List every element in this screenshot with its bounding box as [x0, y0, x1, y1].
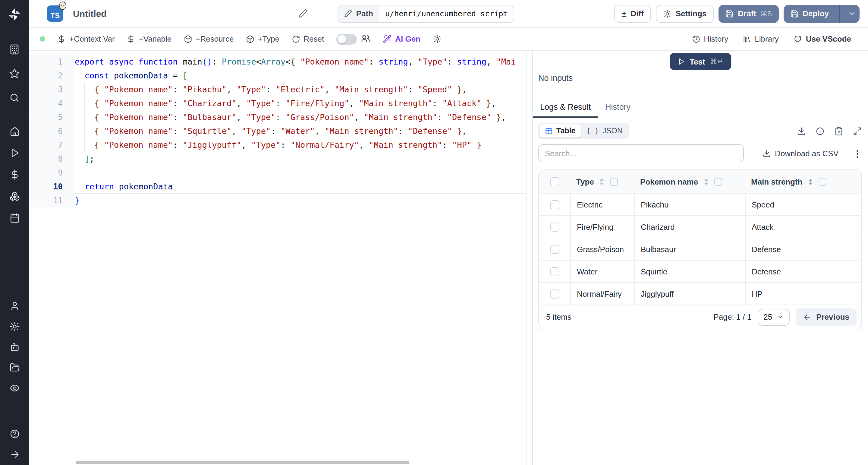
search-input[interactable] [538, 144, 744, 162]
table-row[interactable]: ElectricPikachuSpeed [539, 193, 861, 215]
row-checkbox[interactable] [550, 267, 559, 276]
sidebar-divider [0, 115, 29, 115]
runs-play-icon[interactable] [6, 144, 23, 161]
expand-sidebar-arrow-icon[interactable] [6, 446, 23, 463]
result-info-button[interactable] [815, 126, 825, 136]
diff-label: Diff [630, 9, 644, 18]
code-line-5[interactable]: 5 { "Pokemon name": "Bulbasaur", "Type":… [29, 110, 532, 124]
line-number: 1 [29, 55, 74, 69]
code-line-9[interactable]: 9 [29, 166, 532, 180]
tab-history[interactable]: History [598, 98, 638, 118]
windmill-logo[interactable] [6, 6, 23, 23]
expand-result-button[interactable] [853, 126, 862, 136]
sort-icon[interactable] [702, 178, 710, 185]
diff-mode-toggle[interactable] [336, 33, 356, 44]
help-icon[interactable] [6, 425, 23, 442]
code-line-10[interactable]: 10 return pokemonData [29, 180, 532, 194]
row-checkbox[interactable] [550, 289, 559, 298]
table-row[interactable]: WaterSquirtleDefense [539, 260, 861, 282]
table-row[interactable]: Grass/PoisonBulbasaurDefense [539, 238, 861, 260]
resources-boxes-icon[interactable] [6, 187, 23, 204]
code-line-3[interactable]: 3 { "Pokemon name": "Pikachu", "Type": "… [29, 83, 532, 96]
library-button[interactable]: Library [743, 34, 779, 43]
download-result-button[interactable] [797, 126, 806, 136]
workspace-building-icon[interactable] [6, 41, 23, 58]
sort-icon[interactable] [807, 178, 814, 185]
column-filter-toggle[interactable] [714, 178, 722, 185]
table-row[interactable]: Fire/FlyingCharizardAttack [539, 215, 861, 238]
search-icon[interactable] [6, 89, 23, 106]
deploy-main[interactable]: Deploy [783, 4, 835, 23]
code-editor[interactable]: 1export async function main(): Promise<A… [29, 51, 532, 465]
add-resource-button[interactable]: +Resource [184, 34, 234, 43]
row-checkbox[interactable] [550, 222, 559, 231]
add-type-button[interactable]: +Type [246, 34, 280, 43]
edit-summary-button[interactable] [299, 9, 307, 18]
variables-dollar-icon[interactable] [6, 166, 23, 183]
select-all-checkbox[interactable] [550, 177, 559, 186]
tab-logs-result[interactable]: Logs & Result [533, 98, 598, 118]
reset-button[interactable]: Reset [291, 34, 324, 43]
chevron-down-icon [848, 10, 856, 18]
audit-logs-eye-icon[interactable] [6, 379, 23, 396]
history-button[interactable]: History [692, 34, 728, 43]
code-line-4[interactable]: 4 { "Pokemon name": "Charizard", "Type":… [29, 96, 532, 110]
code-line-content [74, 166, 532, 180]
code-line-6[interactable]: 6 { "Pokemon name": "Squirtle", "Type": … [29, 124, 532, 138]
column-header[interactable]: Pokemon name [634, 177, 745, 186]
view-table-segment[interactable]: Table [539, 124, 581, 138]
code-line-8[interactable]: 8 ]; [29, 152, 532, 166]
users-person-icon[interactable] [6, 297, 23, 314]
table-cell: Bulbasaur [634, 238, 745, 260]
settings-button[interactable]: Settings [656, 4, 714, 23]
add-context-var-button[interactable]: +Context Var [57, 34, 115, 43]
code-line-7[interactable]: 7 { "Pokemon name": "Jigglypuff", "Type"… [29, 138, 532, 152]
path-pill[interactable]: Path u/henri/unencumbered_script [338, 4, 515, 23]
ai-gen-button[interactable]: AI Gen [382, 34, 421, 43]
folders-icon[interactable] [6, 359, 23, 376]
row-checkbox[interactable] [550, 244, 559, 254]
code-line-11[interactable]: 11} [29, 194, 532, 207]
draft-button[interactable]: Draft ⌘S [718, 4, 778, 23]
code-line-1[interactable]: 1export async function main(): Promise<A… [29, 55, 532, 69]
result-tabs: Logs & Result History [533, 98, 868, 118]
column-header[interactable]: Main strength [745, 177, 861, 186]
page-size-select[interactable]: 25 [757, 309, 789, 325]
save-icon [725, 9, 734, 18]
download-csv-button[interactable]: Download as CSV [758, 148, 842, 158]
add-resource-label: +Resource [195, 34, 234, 43]
workers-robot-icon[interactable] [6, 338, 23, 355]
editor-settings-gear-button[interactable] [433, 34, 441, 43]
column-header[interactable]: Type [570, 177, 634, 186]
home-icon[interactable] [6, 122, 23, 139]
sort-icon[interactable] [598, 178, 606, 185]
table-menu-kebab-button[interactable]: ⋮ [853, 149, 862, 158]
previous-page-button[interactable]: Previous [796, 308, 857, 326]
code-line-2[interactable]: 2 const pokemonData = [ [29, 69, 532, 83]
deploy-button[interactable]: Deploy [783, 4, 860, 23]
table-cell: Fire/Flying [570, 216, 634, 238]
schedules-calendar-icon[interactable] [6, 209, 23, 226]
view-json-segment[interactable]: { } JSON [581, 124, 628, 138]
chevron-down-icon [777, 314, 784, 320]
test-button[interactable]: Test ⌘↵ [670, 53, 731, 70]
add-variable-button[interactable]: +Variable [127, 34, 172, 43]
favorites-star-icon[interactable] [6, 65, 23, 82]
column-filter-toggle[interactable] [818, 178, 827, 185]
code-line-content: const pokemonData = [ [74, 69, 532, 83]
add-context-var-label: +Context Var [69, 34, 115, 43]
column-filter-toggle[interactable] [610, 178, 618, 185]
line-number: 9 [29, 166, 74, 180]
settings-gear-icon[interactable] [6, 318, 23, 335]
use-vscode-button[interactable]: Use VScode [793, 34, 851, 43]
view-toggle: Table { } JSON [538, 123, 629, 139]
code-line-content: return pokemonData [74, 180, 532, 194]
table-row[interactable]: Normal/FairyJigglypuffHP [539, 282, 861, 304]
deploy-dropdown-button[interactable] [844, 4, 860, 23]
line-number: 8 [29, 152, 74, 166]
diff-button[interactable]: ± Diff [615, 4, 651, 23]
row-checkbox[interactable] [550, 200, 559, 209]
horizontal-scrollbar[interactable] [76, 461, 409, 464]
editor-toolbar: +Context Var +Variable +Resource +Type R… [29, 28, 868, 51]
copy-result-button[interactable] [834, 126, 843, 136]
